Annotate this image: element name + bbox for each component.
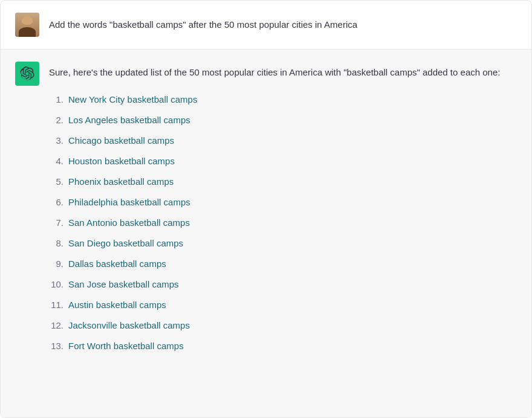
- list-number: 7.: [49, 216, 63, 230]
- list-item: 8.San Diego basketball camps: [49, 233, 517, 254]
- list-number: 3.: [49, 133, 63, 148]
- list-number: 10.: [49, 277, 63, 292]
- list-item-text: San Jose basketball camps: [68, 277, 179, 292]
- list-item: 11.Austin basketball camps: [49, 295, 517, 315]
- list-item-text: Chicago basketball camps: [68, 133, 174, 148]
- list-number: 5.: [49, 175, 63, 189]
- assistant-message: Sure, here's the updated list of the 50 …: [1, 50, 531, 417]
- list-item: 13.Fort Worth basketball camps: [49, 336, 517, 356]
- list-number: 9.: [49, 257, 63, 271]
- list-number: 8.: [49, 236, 63, 251]
- list-item-text: Phoenix basketball camps: [68, 175, 174, 189]
- user-message: Add the words "basketball camps" after t…: [1, 1, 531, 50]
- list-item: 6.Philadelphia basketball camps: [49, 192, 517, 213]
- list-item-text: Fort Worth basketball camps: [68, 339, 184, 353]
- list-item-text: Philadelphia basketball camps: [68, 195, 190, 210]
- list-item-text: San Antonio basketball camps: [68, 216, 190, 230]
- list-item-text: Austin basketball camps: [68, 298, 166, 312]
- assistant-content: Sure, here's the updated list of the 50 …: [49, 62, 517, 356]
- list-number: 2.: [49, 113, 63, 127]
- list-item: 3.Chicago basketball camps: [49, 130, 517, 151]
- chat-container: Add the words "basketball camps" after t…: [0, 0, 532, 418]
- list-number: 4.: [49, 154, 63, 169]
- list-item-text: Houston basketball camps: [68, 154, 175, 169]
- list-item: 1.New York City basketball camps: [49, 89, 517, 110]
- assistant-intro-text: Sure, here's the updated list of the 50 …: [49, 65, 517, 80]
- list-item: 5.Phoenix basketball camps: [49, 172, 517, 192]
- list-item: 9.Dallas basketball camps: [49, 254, 517, 274]
- list-item-text: New York City basketball camps: [68, 92, 197, 107]
- list-item-text: Dallas basketball camps: [68, 257, 166, 271]
- list-item: 4.Houston basketball camps: [49, 151, 517, 172]
- user-message-text: Add the words "basketball camps" after t…: [49, 13, 357, 32]
- list-item: 12.Jacksonville basketball camps: [49, 315, 517, 336]
- list-number: 6.: [49, 195, 63, 210]
- city-list: 1.New York City basketball camps2.Los An…: [49, 89, 517, 356]
- list-item-text: Los Angeles basketball camps: [68, 113, 190, 127]
- list-number: 11.: [49, 298, 63, 312]
- list-item-text: Jacksonville basketball camps: [68, 318, 190, 333]
- list-number: 12.: [49, 318, 63, 333]
- avatar: [15, 13, 39, 37]
- list-item: 10.San Jose basketball camps: [49, 274, 517, 295]
- list-item: 7.San Antonio basketball camps: [49, 213, 517, 233]
- list-item-text: San Diego basketball camps: [68, 236, 183, 251]
- list-number: 1.: [49, 92, 63, 107]
- list-item: 2.Los Angeles basketball camps: [49, 110, 517, 130]
- list-number: 13.: [49, 339, 63, 353]
- chatgpt-icon: [20, 66, 34, 81]
- chatgpt-avatar: [15, 62, 39, 86]
